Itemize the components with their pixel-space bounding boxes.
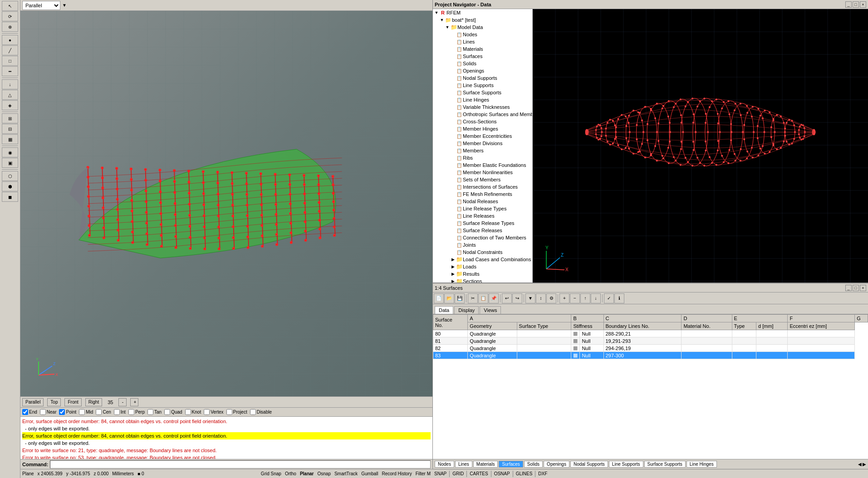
tb-filter[interactable]: ▼: [525, 293, 535, 303]
status-glines[interactable]: GLINES: [516, 471, 533, 476]
view-mode-dropdown[interactable]: Parallel Perspective: [22, 1, 60, 10]
bottom-tab-surface-supports[interactable]: Surface Supports: [644, 461, 686, 468]
tree-model-data[interactable]: ▼ 📁 Model Data: [433, 24, 532, 31]
tree-variable-thicknesses[interactable]: 📋 Variable Thicknesses: [433, 103, 532, 111]
zoom-minus-btn[interactable]: -: [118, 398, 127, 406]
tree-member-elastic[interactable]: 📋 Member Elastic Foundations: [433, 161, 532, 169]
toolbar-btn-display[interactable]: ◉: [2, 147, 18, 157]
status-snap[interactable]: SNAP: [434, 471, 446, 476]
nav-btn-front[interactable]: Front: [64, 398, 81, 406]
toolbar-btn-member[interactable]: ━: [2, 66, 18, 76]
tree-nodal-constraints[interactable]: 📋 Nodal Constraints: [433, 249, 532, 256]
tree-surfaces[interactable]: 📋 Surfaces: [433, 53, 532, 60]
snap-disable[interactable]: Disable: [250, 409, 272, 415]
toolbar-btn-mesh[interactable]: ⊟: [2, 124, 18, 134]
sections-expand-icon[interactable]: ▶: [450, 278, 456, 283]
tb-save[interactable]: 💾: [455, 293, 465, 303]
tb-info[interactable]: ℹ: [614, 293, 624, 303]
loads-expand-icon[interactable]: ▶: [450, 264, 456, 269]
load-cases-expand-icon[interactable]: ▶: [450, 257, 456, 262]
tree-openings[interactable]: 📋 Openings: [433, 67, 532, 74]
tree-lines[interactable]: 📋 Lines: [433, 38, 532, 45]
snap-osnap[interactable]: Osnap: [317, 471, 330, 476]
tree-line-releases[interactable]: 📋 Line Releases: [433, 212, 532, 219]
snap-perp[interactable]: Perp: [128, 409, 145, 415]
tree-ribs[interactable]: 📋 Ribs: [433, 154, 532, 161]
tree-member-nonlinearities[interactable]: 📋 Member Nonlinearities: [433, 169, 532, 176]
tab-display[interactable]: Display: [454, 306, 479, 314]
tree-sets-of-members[interactable]: 📋 Sets of Members: [433, 176, 532, 183]
snap-vertex[interactable]: Vertex: [204, 409, 223, 415]
snap-smarttrack[interactable]: SmartTrack: [334, 471, 358, 476]
snap-filter[interactable]: Filter M: [416, 471, 431, 476]
snap-end[interactable]: End: [22, 409, 37, 415]
snap-ortho[interactable]: Ortho: [285, 471, 296, 476]
tab-views[interactable]: Views: [480, 306, 501, 314]
table-row-81[interactable]: 81 Quadrangle ▦ Null 19,291-293: [433, 337, 868, 345]
snap-record[interactable]: Record History: [382, 471, 412, 476]
tb-check[interactable]: ✓: [604, 293, 614, 303]
nav-btn-parallel[interactable]: Parallel: [22, 398, 44, 406]
tb-new[interactable]: 📄: [434, 293, 444, 303]
tree-boat[interactable]: ▼ 📁 boat* [test]: [433, 16, 532, 24]
toolbar-btn-line[interactable]: ╱: [2, 45, 18, 55]
tb-undo[interactable]: ↩: [502, 293, 512, 303]
command-input[interactable]: [50, 460, 431, 468]
tree-nodal-supports[interactable]: 📋 Nodal Supports: [433, 74, 532, 82]
tree-load-cases[interactable]: ▶ 📁 Load Cases and Combinations: [433, 256, 532, 263]
scroll-right-icon[interactable]: ▶: [863, 462, 866, 467]
bottom-tab-openings[interactable]: Openings: [544, 461, 569, 468]
snap-quad[interactable]: Quad: [164, 409, 182, 415]
nav-btn-right[interactable]: Right: [85, 398, 102, 406]
tree-fe-mesh[interactable]: 📋 FE Mesh Refinements: [433, 190, 532, 198]
tb-add[interactable]: +: [559, 293, 569, 303]
toolbar-btn-solid[interactable]: ◼: [2, 192, 18, 202]
tree-nodal-releases[interactable]: 📋 Nodal Releases: [433, 198, 532, 205]
tree-results[interactable]: ▶ 📁 Results: [433, 270, 532, 278]
tree-rfem[interactable]: ▼ R RFEM: [433, 9, 532, 16]
bottom-tab-nodes[interactable]: Nodes: [435, 461, 454, 468]
toolbar-btn-hinge[interactable]: ◈: [2, 100, 18, 110]
snap-project[interactable]: Project: [226, 409, 247, 415]
snap-grid[interactable]: Grid Snap: [261, 471, 281, 476]
tree-member-eccentricities[interactable]: 📋 Member Eccentricities: [433, 132, 532, 140]
tree-nodes[interactable]: 📋 Nodes: [433, 31, 532, 38]
toolbar-btn-rotate[interactable]: ⟳: [2, 11, 18, 21]
boat-expand-icon[interactable]: ▼: [439, 17, 445, 23]
bottom-tab-surfaces[interactable]: Surfaces: [499, 461, 523, 468]
nav-btn-top[interactable]: Top: [47, 398, 61, 406]
snap-cen[interactable]: Cen: [96, 409, 111, 415]
scroll-left-icon[interactable]: ◀: [858, 462, 862, 467]
status-cartes[interactable]: CARTES: [470, 471, 488, 476]
data-panel-close-btn[interactable]: ×: [860, 285, 866, 291]
pane-maximize-btn[interactable]: □: [853, 1, 859, 8]
toolbar-btn-surface[interactable]: □: [2, 56, 18, 66]
table-row-83[interactable]: 83 Quadrangle ▦ Null 297-300: [433, 352, 868, 359]
tree-members[interactable]: 📋 Members: [433, 147, 532, 154]
bottom-tab-solids[interactable]: Solids: [524, 461, 543, 468]
tb-paste[interactable]: 📌: [489, 293, 499, 303]
tree-sections[interactable]: ▶ 📁 Sections: [433, 278, 532, 283]
status-grid[interactable]: GRID: [452, 471, 464, 476]
snap-int[interactable]: Int: [114, 409, 126, 415]
tb-open[interactable]: 📂: [444, 293, 454, 303]
tb-down[interactable]: ↓: [591, 293, 601, 303]
rfem-expand-icon[interactable]: ▼: [434, 10, 439, 15]
table-row-80[interactable]: 80 Quadrangle ▦ Null 288-290,21: [433, 330, 868, 337]
tree-member-hinges[interactable]: 📋 Member Hinges: [433, 125, 532, 132]
zoom-plus-btn[interactable]: +: [130, 398, 138, 406]
toolbar-btn-render[interactable]: ▣: [2, 158, 18, 168]
toolbar-btn-wire[interactable]: ⬢: [2, 181, 18, 191]
status-dxf[interactable]: DXF: [538, 471, 547, 476]
tree-solids[interactable]: 📋 Solids: [433, 60, 532, 67]
tb-copy[interactable]: 📋: [478, 293, 488, 303]
toolbar-btn-cross[interactable]: ⊞: [2, 113, 18, 123]
tree-connection-two-members[interactable]: 📋 Connection of Two Members: [433, 234, 532, 241]
snap-mid[interactable]: Mid: [79, 409, 93, 415]
bottom-tab-line-supports[interactable]: Line Supports: [609, 461, 643, 468]
bottom-tab-materials[interactable]: Materials: [473, 461, 498, 468]
bottom-tab-line-hinges[interactable]: Line Hinges: [687, 461, 717, 468]
tree-cross-sections[interactable]: 📋 Cross-Sections: [433, 118, 532, 125]
pane-close-btn[interactable]: ×: [860, 1, 866, 8]
snap-planar[interactable]: Planar: [300, 471, 314, 476]
